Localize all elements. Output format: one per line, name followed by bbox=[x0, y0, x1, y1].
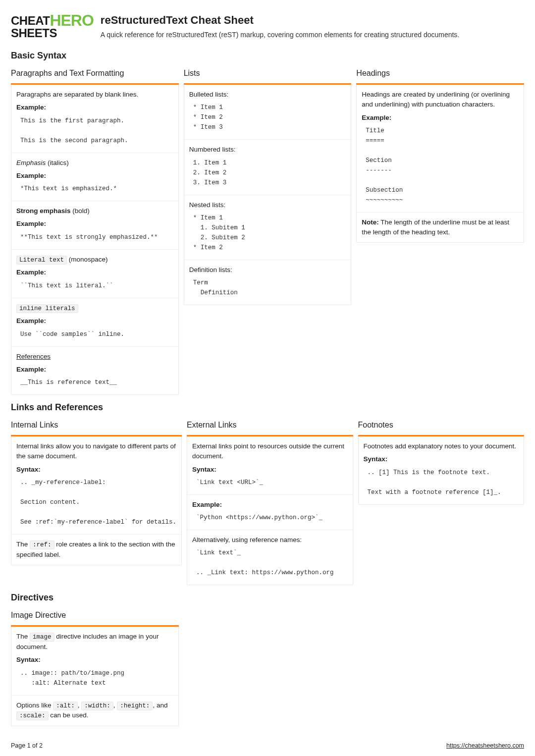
code: * Item 1 1. Subitem 1 2. Subitem 2 * Ite… bbox=[189, 213, 346, 253]
label: Example: bbox=[16, 316, 173, 326]
code: ``This text is literal.`` bbox=[16, 281, 173, 291]
code: Title ===== Section ------- Subsection ~… bbox=[362, 126, 519, 205]
text: Emphasis (italics) bbox=[16, 158, 173, 168]
code: Use ``code samples`` inline. bbox=[16, 329, 173, 339]
card-paragraphs: Paragraphs and Text Formatting Paragraph… bbox=[11, 67, 179, 395]
card-headings: Headings Headings are created by underli… bbox=[356, 67, 524, 243]
label: Example: bbox=[192, 500, 347, 510]
card-lists: Lists Bulleted lists: * Item 1 * Item 2 … bbox=[184, 67, 352, 305]
label: Example: bbox=[16, 268, 173, 277]
page-subtitle: A quick reference for reStructuredText (… bbox=[101, 30, 459, 40]
card-footnotes: Footnotes Footnotes add explanatory note… bbox=[358, 419, 524, 505]
footer-link[interactable]: https://cheatsheetshero.com bbox=[446, 741, 524, 751]
text: Internal links allow you to navigate to … bbox=[16, 441, 176, 462]
text: Strong emphasis (bold) bbox=[16, 206, 173, 216]
code: * Item 1 * Item 2 * Item 3 bbox=[189, 103, 346, 132]
text: Headings are created by underlining (or … bbox=[362, 90, 519, 110]
code: Term Definition bbox=[189, 278, 346, 298]
code: .. [1] This is the footnote text. Text w… bbox=[364, 468, 519, 497]
text: Note: The length of the underline must b… bbox=[362, 217, 519, 238]
label: Syntax: bbox=[16, 655, 173, 665]
label: Example: bbox=[362, 113, 519, 123]
logo: CHEATHERO SHEETS bbox=[11, 13, 94, 38]
card-title: Paragraphs and Text Formatting bbox=[11, 67, 179, 80]
card-image-directive: Image Directive The image directive incl… bbox=[11, 609, 179, 726]
label: Example: bbox=[16, 103, 173, 112]
section-heading: Links and References bbox=[11, 401, 524, 414]
card-title: Footnotes bbox=[358, 419, 524, 432]
text: The image directive includes an image in… bbox=[16, 632, 173, 652]
text: Literal text (monospace) bbox=[16, 255, 173, 265]
text: inline literals bbox=[16, 303, 173, 314]
card-title: Image Directive bbox=[11, 609, 179, 622]
code: __This is reference text__ bbox=[16, 378, 173, 387]
label: Example: bbox=[16, 171, 173, 181]
code: *This text is emphasized.* bbox=[16, 184, 173, 194]
label: Example: bbox=[16, 219, 173, 229]
section-heading: Basic Syntax bbox=[11, 49, 524, 62]
text: Nested lists: bbox=[189, 200, 346, 210]
code: .. image:: path/to/image.png :alt: Alter… bbox=[16, 668, 173, 688]
section-heading: Directives bbox=[11, 591, 524, 604]
header: CHEATHERO SHEETS reStructuredText Cheat … bbox=[11, 12, 524, 40]
text: External links point to resources outsid… bbox=[192, 441, 347, 462]
card-internal-links: Internal Links Internal links allow you … bbox=[11, 419, 182, 565]
logo-text: HERO bbox=[50, 13, 93, 28]
logo-text: SHEETS bbox=[11, 28, 57, 39]
code: `Link text <URL>`_ bbox=[192, 478, 347, 487]
code: **This text is strongly emphasized.** bbox=[16, 232, 173, 242]
card-title: Headings bbox=[356, 67, 524, 80]
text: References bbox=[16, 352, 173, 362]
logo-text: CHEAT bbox=[11, 15, 50, 26]
code: .. _my-reference-label: Section content.… bbox=[16, 478, 176, 527]
text: Numbered lists: bbox=[189, 145, 346, 155]
code: This is the first paragraph. This is the… bbox=[16, 116, 173, 146]
code: 1. Item 1 2. Item 2 3. Item 3 bbox=[189, 158, 346, 188]
text: The :ref: role creates a link to the sec… bbox=[16, 540, 176, 560]
card-title: Internal Links bbox=[11, 419, 182, 432]
label: Syntax: bbox=[192, 465, 347, 475]
card-title: Lists bbox=[184, 67, 352, 80]
label: Syntax: bbox=[364, 454, 519, 464]
text: Options like :alt:, :width:, :height:, a… bbox=[16, 701, 173, 721]
card-external-links: External Links External links point to r… bbox=[187, 419, 353, 585]
code: `Link text`_ .. _Link text: https://www.… bbox=[192, 548, 347, 578]
footer: Page 1 of 2 https://cheatsheetshero.com bbox=[11, 741, 524, 751]
text: Bulleted lists: bbox=[189, 90, 346, 100]
label: Syntax: bbox=[16, 465, 176, 475]
label: Example: bbox=[16, 365, 173, 375]
code: `Python <https://www.python.org>`_ bbox=[192, 513, 347, 523]
page-indicator: Page 1 of 2 bbox=[11, 741, 43, 751]
page-title: reStructuredText Cheat Sheet bbox=[101, 12, 459, 28]
text: Definition lists: bbox=[189, 265, 346, 275]
text: Paragraphs are separated by blank lines. bbox=[16, 90, 173, 100]
card-title: External Links bbox=[187, 419, 353, 432]
text: Alternatively, using reference names: bbox=[192, 535, 347, 545]
text: Footnotes add explanatory notes to your … bbox=[364, 441, 519, 451]
